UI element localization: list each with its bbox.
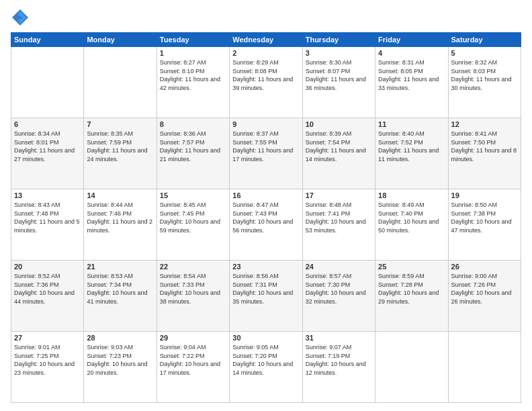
weekday-header: Sunday bbox=[11, 33, 84, 47]
day-number: 20 bbox=[14, 263, 81, 271]
calendar-cell bbox=[375, 332, 448, 403]
day-info: Sunrise: 8:48 AM Sunset: 7:41 PM Dayligh… bbox=[306, 201, 372, 234]
calendar-cell: 6Sunrise: 8:34 AM Sunset: 8:01 PM Daylig… bbox=[11, 118, 84, 189]
calendar-cell: 31Sunrise: 9:07 AM Sunset: 7:19 PM Dayli… bbox=[302, 332, 375, 403]
day-info: Sunrise: 8:54 AM Sunset: 7:33 PM Dayligh… bbox=[160, 272, 226, 306]
calendar-cell: 23Sunrise: 8:56 AM Sunset: 7:31 PM Dayli… bbox=[230, 261, 302, 332]
day-number: 13 bbox=[14, 191, 81, 199]
calendar-cell: 30Sunrise: 9:05 AM Sunset: 7:20 PM Dayli… bbox=[230, 332, 302, 403]
day-info: Sunrise: 8:40 AM Sunset: 7:52 PM Dayligh… bbox=[378, 130, 445, 163]
day-number: 3 bbox=[306, 49, 372, 57]
calendar-cell: 28Sunrise: 9:03 AM Sunset: 7:23 PM Dayli… bbox=[84, 332, 157, 403]
day-info: Sunrise: 8:37 AM Sunset: 7:55 PM Dayligh… bbox=[232, 130, 299, 163]
logo-icon bbox=[11, 8, 30, 27]
calendar-cell: 29Sunrise: 9:04 AM Sunset: 7:22 PM Dayli… bbox=[157, 332, 229, 403]
calendar-cell: 3Sunrise: 8:30 AM Sunset: 8:07 PM Daylig… bbox=[302, 47, 375, 118]
day-number: 16 bbox=[232, 191, 299, 199]
calendar-week-row: 1Sunrise: 8:27 AM Sunset: 8:10 PM Daylig… bbox=[11, 47, 521, 118]
day-info: Sunrise: 8:52 AM Sunset: 7:36 PM Dayligh… bbox=[14, 272, 81, 306]
day-info: Sunrise: 9:04 AM Sunset: 7:22 PM Dayligh… bbox=[160, 343, 226, 377]
day-number: 24 bbox=[306, 263, 372, 271]
day-number: 2 bbox=[232, 49, 299, 57]
day-number: 27 bbox=[14, 334, 81, 342]
calendar-cell: 27Sunrise: 9:01 AM Sunset: 7:25 PM Dayli… bbox=[11, 332, 84, 403]
day-info: Sunrise: 8:41 AM Sunset: 7:50 PM Dayligh… bbox=[451, 130, 518, 163]
calendar-cell: 14Sunrise: 8:44 AM Sunset: 7:46 PM Dayli… bbox=[84, 189, 157, 261]
calendar-header-row: SundayMondayTuesdayWednesdayThursdayFrid… bbox=[11, 33, 521, 47]
calendar-cell: 17Sunrise: 8:48 AM Sunset: 7:41 PM Dayli… bbox=[302, 189, 375, 261]
calendar-week-row: 20Sunrise: 8:52 AM Sunset: 7:36 PM Dayli… bbox=[11, 261, 521, 332]
calendar-cell: 16Sunrise: 8:47 AM Sunset: 7:43 PM Dayli… bbox=[230, 189, 302, 261]
calendar-cell: 18Sunrise: 8:49 AM Sunset: 7:40 PM Dayli… bbox=[375, 189, 448, 261]
calendar-table: SundayMondayTuesdayWednesdayThursdayFrid… bbox=[11, 32, 521, 403]
calendar-cell: 7Sunrise: 8:35 AM Sunset: 7:59 PM Daylig… bbox=[84, 118, 157, 189]
weekday-header: Monday bbox=[84, 33, 157, 47]
day-info: Sunrise: 8:35 AM Sunset: 7:59 PM Dayligh… bbox=[87, 130, 153, 163]
calendar-cell: 19Sunrise: 8:50 AM Sunset: 7:38 PM Dayli… bbox=[448, 189, 521, 261]
day-info: Sunrise: 8:32 AM Sunset: 8:03 PM Dayligh… bbox=[451, 58, 518, 92]
day-number: 21 bbox=[87, 263, 153, 271]
day-info: Sunrise: 8:59 AM Sunset: 7:28 PM Dayligh… bbox=[378, 272, 445, 306]
day-info: Sunrise: 8:43 AM Sunset: 7:48 PM Dayligh… bbox=[14, 201, 81, 234]
calendar-cell: 26Sunrise: 9:00 AM Sunset: 7:26 PM Dayli… bbox=[448, 261, 521, 332]
calendar-cell: 10Sunrise: 8:39 AM Sunset: 7:54 PM Dayli… bbox=[302, 118, 375, 189]
day-info: Sunrise: 8:56 AM Sunset: 7:31 PM Dayligh… bbox=[232, 272, 299, 306]
day-number: 14 bbox=[87, 191, 153, 199]
day-info: Sunrise: 8:39 AM Sunset: 7:54 PM Dayligh… bbox=[306, 130, 372, 163]
day-number: 22 bbox=[160, 263, 226, 271]
weekday-header: Thursday bbox=[302, 33, 375, 47]
day-number: 30 bbox=[232, 334, 299, 342]
day-number: 17 bbox=[306, 191, 372, 199]
day-info: Sunrise: 9:05 AM Sunset: 7:20 PM Dayligh… bbox=[232, 343, 299, 377]
calendar-cell: 9Sunrise: 8:37 AM Sunset: 7:55 PM Daylig… bbox=[230, 118, 302, 189]
calendar-cell: 25Sunrise: 8:59 AM Sunset: 7:28 PM Dayli… bbox=[375, 261, 448, 332]
calendar-cell: 11Sunrise: 8:40 AM Sunset: 7:52 PM Dayli… bbox=[375, 118, 448, 189]
day-info: Sunrise: 8:29 AM Sunset: 8:08 PM Dayligh… bbox=[232, 58, 299, 92]
calendar-cell: 4Sunrise: 8:31 AM Sunset: 8:05 PM Daylig… bbox=[375, 47, 448, 118]
day-number: 25 bbox=[378, 263, 445, 271]
page: SundayMondayTuesdayWednesdayThursdayFrid… bbox=[0, 0, 532, 411]
day-info: Sunrise: 8:27 AM Sunset: 8:10 PM Dayligh… bbox=[160, 58, 226, 92]
calendar-cell: 24Sunrise: 8:57 AM Sunset: 7:30 PM Dayli… bbox=[302, 261, 375, 332]
day-number: 5 bbox=[451, 49, 518, 57]
day-number: 23 bbox=[232, 263, 299, 271]
day-info: Sunrise: 8:47 AM Sunset: 7:43 PM Dayligh… bbox=[232, 201, 299, 234]
weekday-header: Friday bbox=[375, 33, 448, 47]
header bbox=[11, 8, 521, 27]
day-number: 12 bbox=[451, 120, 518, 128]
calendar-cell: 2Sunrise: 8:29 AM Sunset: 8:08 PM Daylig… bbox=[230, 47, 302, 118]
day-info: Sunrise: 9:07 AM Sunset: 7:19 PM Dayligh… bbox=[306, 343, 372, 377]
calendar-cell bbox=[84, 47, 157, 118]
day-info: Sunrise: 9:00 AM Sunset: 7:26 PM Dayligh… bbox=[451, 272, 518, 306]
weekday-header: Saturday bbox=[448, 33, 521, 47]
day-number: 8 bbox=[160, 120, 226, 128]
calendar-cell: 21Sunrise: 8:53 AM Sunset: 7:34 PM Dayli… bbox=[84, 261, 157, 332]
day-number: 18 bbox=[378, 191, 445, 199]
day-number: 31 bbox=[306, 334, 372, 342]
day-info: Sunrise: 9:03 AM Sunset: 7:23 PM Dayligh… bbox=[87, 343, 153, 377]
calendar-cell: 13Sunrise: 8:43 AM Sunset: 7:48 PM Dayli… bbox=[11, 189, 84, 261]
day-number: 4 bbox=[378, 49, 445, 57]
day-number: 10 bbox=[306, 120, 372, 128]
logo bbox=[11, 8, 32, 27]
calendar-cell bbox=[448, 332, 521, 403]
calendar-cell: 20Sunrise: 8:52 AM Sunset: 7:36 PM Dayli… bbox=[11, 261, 84, 332]
calendar-week-row: 27Sunrise: 9:01 AM Sunset: 7:25 PM Dayli… bbox=[11, 332, 521, 403]
day-info: Sunrise: 8:31 AM Sunset: 8:05 PM Dayligh… bbox=[378, 58, 445, 92]
day-number: 29 bbox=[160, 334, 226, 342]
day-number: 9 bbox=[232, 120, 299, 128]
calendar-cell: 22Sunrise: 8:54 AM Sunset: 7:33 PM Dayli… bbox=[157, 261, 229, 332]
calendar-cell: 12Sunrise: 8:41 AM Sunset: 7:50 PM Dayli… bbox=[448, 118, 521, 189]
day-number: 7 bbox=[87, 120, 153, 128]
day-number: 28 bbox=[87, 334, 153, 342]
day-info: Sunrise: 8:30 AM Sunset: 8:07 PM Dayligh… bbox=[306, 58, 372, 92]
calendar-cell bbox=[11, 47, 84, 118]
day-number: 15 bbox=[160, 191, 226, 199]
day-number: 1 bbox=[160, 49, 226, 57]
day-number: 6 bbox=[14, 120, 81, 128]
day-info: Sunrise: 8:50 AM Sunset: 7:38 PM Dayligh… bbox=[451, 201, 518, 234]
day-info: Sunrise: 8:44 AM Sunset: 7:46 PM Dayligh… bbox=[87, 201, 153, 234]
calendar-cell: 15Sunrise: 8:45 AM Sunset: 7:45 PM Dayli… bbox=[157, 189, 229, 261]
day-info: Sunrise: 9:01 AM Sunset: 7:25 PM Dayligh… bbox=[14, 343, 81, 377]
day-info: Sunrise: 8:36 AM Sunset: 7:57 PM Dayligh… bbox=[160, 130, 226, 163]
